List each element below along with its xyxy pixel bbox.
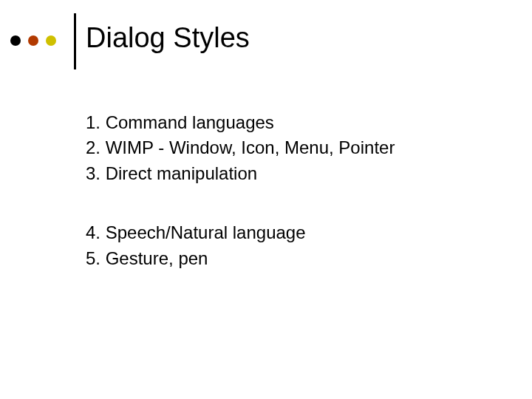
vertical-divider [74,13,76,69]
slide-body: 1. Command languages 2. WIMP - Window, I… [86,111,499,272]
list-group-1: 1. Command languages 2. WIMP - Window, I… [86,111,499,185]
decorative-dots [10,35,56,46]
list-item: 4. Speech/Natural language [86,221,499,245]
list-group-2: 4. Speech/Natural language 5. Gesture, p… [86,221,499,270]
dot-icon [46,35,56,46]
list-item: 1. Command languages [86,111,499,134]
slide-title: Dialog Styles [86,22,250,54]
slide: Dialog Styles 1. Command languages 2. WI… [0,0,532,399]
list-item: 5. Gesture, pen [86,247,499,270]
dot-icon [28,35,38,46]
dot-icon [10,35,21,46]
list-item: 3. Direct manipulation [86,162,499,185]
list-item: 2. WIMP - Window, Icon, Menu, Pointer [86,136,499,160]
